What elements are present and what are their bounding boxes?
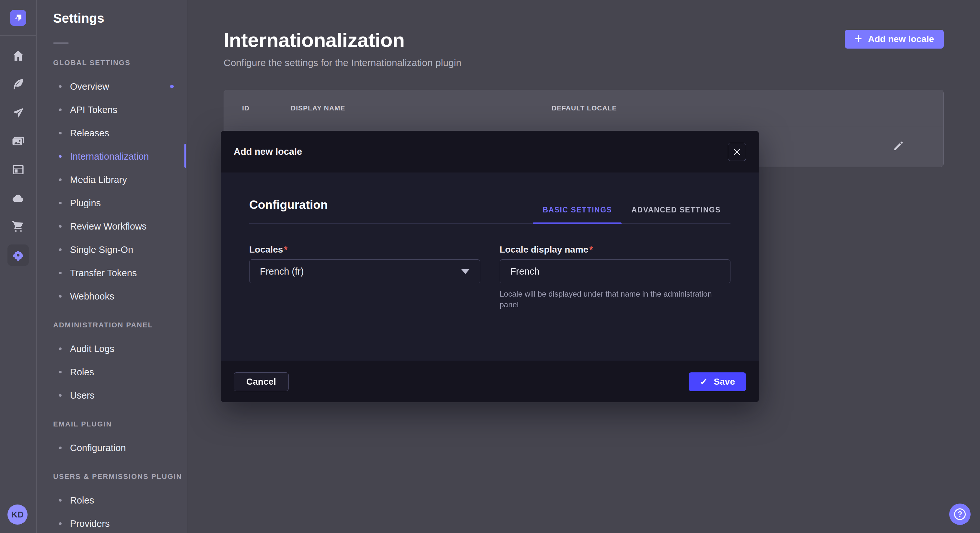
close-icon: [733, 148, 741, 156]
settings-active-bg: [8, 244, 29, 266]
home-icon[interactable]: [0, 41, 37, 70]
media-library-icon[interactable]: [0, 127, 37, 155]
bullet-icon: [59, 272, 62, 274]
icon-rail: [0, 0, 37, 533]
sidebar-item-releases[interactable]: Releases: [37, 121, 187, 145]
content-type-builder-icon[interactable]: [0, 70, 37, 98]
display-name-field: Locale display name* Locale will be disp…: [500, 244, 731, 310]
save-button[interactable]: ✓ Save: [689, 373, 746, 391]
sidebar-item-admin-roles[interactable]: Roles: [37, 360, 187, 384]
table-header-row: ID DISPLAY NAME DEFAULT LOCALE: [224, 90, 943, 126]
modal-body: Configuration BASIC SETTINGS ADVANCED SE…: [221, 173, 759, 361]
tab-advanced-settings[interactable]: ADVANCED SETTINGS: [622, 206, 730, 224]
section-global-settings: GLOBAL SETTINGS: [53, 59, 187, 67]
sidebar-item-api-tokens[interactable]: API Tokens: [37, 98, 187, 121]
strapi-logo[interactable]: [10, 10, 26, 26]
chevron-down-icon: [461, 269, 469, 274]
cancel-button[interactable]: Cancel: [234, 373, 289, 391]
nav-list-admin: Audit Logs Roles Users: [37, 337, 187, 407]
bullet-icon: [59, 178, 62, 181]
nav-list-email: Configuration: [37, 436, 187, 460]
user-avatar[interactable]: KD: [8, 504, 27, 525]
bullet-icon: [59, 295, 62, 298]
sidebar-item-up-roles[interactable]: Roles: [37, 489, 187, 512]
add-locale-modal: Add new locale Configuration BASIC SETTI…: [221, 131, 759, 402]
page-header: Internationalization Configure the setti…: [224, 29, 944, 68]
add-new-locale-button[interactable]: + Add new locale: [845, 30, 944, 49]
locales-select[interactable]: French (fr): [249, 259, 480, 283]
page-header-text: Internationalization Configure the setti…: [224, 29, 461, 68]
display-name-input[interactable]: [511, 266, 720, 277]
section-administration-panel: ADMINISTRATION PANEL: [53, 321, 187, 329]
help-button[interactable]: ?: [949, 503, 970, 525]
content-manager-icon[interactable]: [0, 155, 37, 184]
settings-sidebar: Settings GLOBAL SETTINGS Overview API To…: [37, 0, 187, 533]
configuration-title: Configuration: [249, 198, 328, 224]
bullet-icon: [59, 225, 62, 228]
modal-fields-row: Locales* French (fr) Locale display name…: [249, 244, 730, 310]
strapi-logo-icon: [13, 13, 23, 23]
tab-basic-settings[interactable]: BASIC SETTINGS: [533, 206, 622, 224]
sidebar-item-transfer-tokens[interactable]: Transfer Tokens: [37, 261, 187, 285]
pencil-icon: [892, 140, 905, 152]
sidebar-scrollbar-thumb[interactable]: [185, 144, 186, 168]
bullet-icon: [59, 522, 62, 525]
bullet-icon: [59, 371, 62, 373]
sidebar-item-providers[interactable]: Providers: [37, 512, 187, 533]
locales-select-value: French (fr): [260, 266, 304, 277]
bullet-icon: [59, 155, 62, 158]
bullet-icon: [59, 132, 62, 134]
locales-label: Locales*: [249, 244, 288, 254]
bullet-icon: [59, 85, 62, 88]
sidebar-item-email-configuration[interactable]: Configuration: [37, 436, 187, 460]
nav-list-users-permissions: Roles Providers: [37, 489, 187, 533]
notification-dot-icon: [170, 85, 174, 89]
modal-title: Add new locale: [234, 146, 302, 157]
settings-icon[interactable]: [0, 241, 37, 270]
bullet-icon: [59, 447, 62, 449]
bullet-icon: [59, 394, 62, 397]
sidebar-item-overview[interactable]: Overview: [37, 75, 187, 98]
page-subtitle: Configure the settings for the Internati…: [224, 57, 461, 68]
check-icon: ✓: [700, 377, 708, 387]
bullet-icon: [59, 202, 62, 204]
modal-footer: Cancel ✓ Save: [221, 361, 759, 402]
sidebar-item-media-library[interactable]: Media Library: [37, 168, 187, 191]
column-header-default-locale: DEFAULT LOCALE: [552, 104, 943, 112]
sidebar-item-plugins[interactable]: Plugins: [37, 191, 187, 215]
sidebar-item-single-sign-on[interactable]: Single Sign-On: [37, 238, 187, 261]
sidebar-item-internationalization[interactable]: Internationalization: [37, 145, 187, 168]
bullet-icon: [59, 347, 62, 350]
close-modal-button[interactable]: [728, 143, 746, 161]
section-users-permissions-plugin: USERS & PERMISSIONS PLUGIN: [53, 473, 187, 481]
column-header-id: ID: [242, 104, 291, 112]
page-title: Internationalization: [224, 29, 461, 51]
edit-locale-button[interactable]: [892, 140, 905, 153]
required-mark: *: [284, 244, 288, 254]
sidebar-item-users[interactable]: Users: [37, 384, 187, 407]
display-name-label: Locale display name*: [500, 244, 593, 254]
question-mark-icon: ?: [954, 508, 966, 520]
sidebar-title: Settings: [53, 11, 187, 25]
locales-field: Locales* French (fr): [249, 244, 480, 310]
sidebar-item-webhooks[interactable]: Webhooks: [37, 285, 187, 308]
sidebar-title-divider: [53, 43, 69, 44]
configuration-header-row: Configuration BASIC SETTINGS ADVANCED SE…: [249, 198, 730, 224]
bullet-icon: [59, 108, 62, 111]
required-mark: *: [589, 244, 593, 254]
cloud-icon[interactable]: [0, 184, 37, 213]
rail-icon-list: [0, 41, 37, 270]
sidebar-item-review-workflows[interactable]: Review Workflows: [37, 215, 187, 238]
sidebar-item-audit-logs[interactable]: Audit Logs: [37, 337, 187, 360]
deploy-icon[interactable]: [0, 98, 37, 127]
modal-header: Add new locale: [221, 131, 759, 173]
bullet-icon: [59, 248, 62, 251]
bullet-icon: [59, 499, 62, 501]
marketplace-icon[interactable]: [0, 213, 37, 241]
logo-area: [0, 0, 36, 36]
section-email-plugin: EMAIL PLUGIN: [53, 420, 187, 428]
column-header-display-name: DISPLAY NAME: [291, 104, 552, 112]
nav-list-global: Overview API Tokens Releases Internation…: [37, 75, 187, 308]
settings-tabs: BASIC SETTINGS ADVANCED SETTINGS: [533, 206, 730, 224]
display-name-input-wrap: [500, 259, 731, 283]
